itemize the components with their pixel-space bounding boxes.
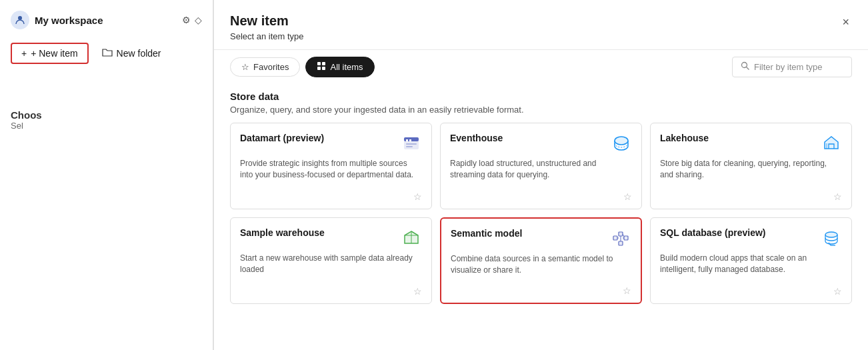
header-icons: ⚙ ◇: [182, 15, 202, 25]
plus-icon: +: [21, 48, 27, 59]
svg-point-26: [825, 232, 837, 237]
toolbar-row: + + New item New folder: [11, 43, 202, 64]
folder-icon: [102, 47, 113, 60]
card-sample-footer: ☆: [240, 282, 422, 297]
card-lakehouse[interactable]: Lakehouse Store big data for cleaning, q…: [650, 123, 852, 209]
avatar: [11, 11, 29, 29]
eventhouse-icon: [611, 133, 632, 154]
dialog-header: New item Select an item type ×: [214, 0, 868, 50]
new-item-dialog: New item Select an item type × ☆ Favorit…: [213, 0, 868, 350]
semantic-model-icon: [610, 228, 631, 249]
sidebar-content: Choos Sel: [11, 99, 202, 131]
sidebar-choose: Choos: [11, 109, 202, 121]
svg-rect-12: [406, 146, 413, 147]
sample-favorite-icon[interactable]: ☆: [413, 286, 422, 297]
svg-rect-10: [409, 139, 411, 141]
svg-rect-19: [619, 232, 623, 236]
card-sql-desc: Build modern cloud apps that scale on an…: [660, 253, 842, 282]
card-semantic-header: Semantic model: [451, 228, 631, 249]
svg-point-5: [742, 63, 747, 68]
dialog-title: New item: [230, 13, 304, 29]
svg-point-0: [18, 16, 22, 20]
card-lakehouse-header: Lakehouse: [660, 133, 842, 154]
cards-grid: Datamart (preview) Pr: [230, 123, 852, 304]
card-semantic-footer: ☆: [451, 281, 631, 296]
sql-favorite-icon[interactable]: ☆: [833, 286, 842, 297]
new-folder-label: New folder: [117, 48, 161, 59]
workspace-title: My workspace: [35, 15, 177, 26]
sql-database-icon: [821, 227, 842, 249]
dialog-body: Store data Organize, query, and store yo…: [214, 83, 868, 350]
card-datamart-title: Datamart (preview): [240, 133, 324, 143]
card-sample-title: Sample warehouse: [240, 227, 325, 238]
new-folder-button[interactable]: New folder: [94, 43, 169, 64]
section-description: Organize, query, and store your ingested…: [230, 105, 852, 115]
card-lakehouse-desc: Store big data for cleaning, querying, r…: [660, 158, 842, 187]
datamart-favorite-icon[interactable]: ☆: [413, 191, 422, 202]
tab-all-items-label: All items: [330, 62, 363, 72]
sidebar-header: My workspace ⚙ ◇: [11, 11, 202, 35]
card-eventhouse-header: Eventhouse: [450, 133, 632, 154]
card-datamart[interactable]: Datamart (preview) Pr: [230, 123, 432, 209]
tab-all-items[interactable]: All items: [305, 57, 374, 77]
close-button[interactable]: ×: [839, 13, 852, 31]
filter-placeholder: Filter by item type: [754, 62, 823, 72]
card-eventhouse[interactable]: Eventhouse Rapidly load structured, unst…: [440, 123, 642, 209]
card-sql-footer: ☆: [660, 282, 842, 297]
dialog-subtitle: Select an item type: [230, 31, 304, 41]
section-title: Store data: [230, 91, 852, 102]
card-sample-warehouse[interactable]: Sample warehouse Start a new warehouse w…: [230, 217, 432, 304]
new-item-label: + New item: [31, 48, 77, 59]
card-sample-desc: Start a new warehouse with sample data a…: [240, 253, 422, 282]
card-sample-header: Sample warehouse: [240, 227, 422, 249]
sidebar-sub: Sel: [11, 121, 202, 131]
grid-tab-icon: [317, 61, 326, 73]
new-item-button[interactable]: + + New item: [11, 43, 89, 64]
card-eventhouse-desc: Rapidly load structured, unstructured an…: [450, 158, 632, 187]
filter-box[interactable]: Filter by item type: [732, 57, 852, 77]
svg-rect-1: [317, 62, 321, 65]
lakehouse-icon: [821, 133, 842, 154]
dialog-header-text: New item Select an item type: [230, 13, 304, 41]
card-semantic-model[interactable]: Semantic model: [440, 217, 642, 304]
card-datamart-footer: ☆: [240, 187, 422, 202]
card-sql-title: SQL database (preview): [660, 227, 765, 238]
lakehouse-favorite-icon[interactable]: ☆: [833, 191, 842, 202]
star-tab-icon: ☆: [241, 62, 249, 72]
datamart-icon: [401, 133, 422, 154]
semantic-favorite-icon[interactable]: ☆: [623, 285, 631, 296]
svg-rect-11: [406, 143, 417, 145]
card-datamart-desc: Provide strategic insights from multiple…: [240, 158, 422, 187]
svg-rect-9: [406, 139, 408, 141]
svg-line-6: [747, 67, 749, 70]
diamond-icon: ◇: [195, 15, 202, 25]
svg-rect-18: [613, 236, 617, 240]
svg-rect-20: [624, 236, 628, 240]
card-lakehouse-footer: ☆: [660, 187, 842, 202]
card-lakehouse-title: Lakehouse: [660, 133, 709, 143]
svg-rect-2: [322, 62, 325, 65]
tabs-left: ☆ Favorites All items: [230, 57, 375, 77]
sidebar: My workspace ⚙ ◇ + + New item New folder…: [0, 0, 213, 350]
sample-warehouse-icon: [401, 227, 422, 249]
card-semantic-title: Semantic model: [451, 228, 522, 239]
card-datamart-header: Datamart (preview): [240, 133, 422, 154]
tab-favorites-label: Favorites: [253, 62, 289, 72]
eventhouse-favorite-icon[interactable]: ☆: [623, 191, 632, 202]
settings-icon[interactable]: ⚙: [182, 15, 191, 25]
card-sql-header: SQL database (preview): [660, 227, 842, 249]
card-eventhouse-footer: ☆: [450, 187, 632, 202]
svg-rect-21: [619, 241, 623, 245]
svg-rect-3: [317, 67, 321, 70]
card-sql-database[interactable]: SQL database (preview) Build modern cl: [650, 217, 852, 304]
tab-favorites[interactable]: ☆ Favorites: [230, 57, 300, 77]
main-panel: New item Select an item type × ☆ Favorit…: [213, 0, 868, 350]
search-icon: [741, 61, 750, 73]
svg-rect-4: [322, 67, 325, 70]
card-eventhouse-title: Eventhouse: [450, 133, 503, 143]
tabs-row: ☆ Favorites All items: [214, 50, 868, 83]
card-semantic-desc: Combine data sources in a semantic model…: [451, 253, 631, 281]
